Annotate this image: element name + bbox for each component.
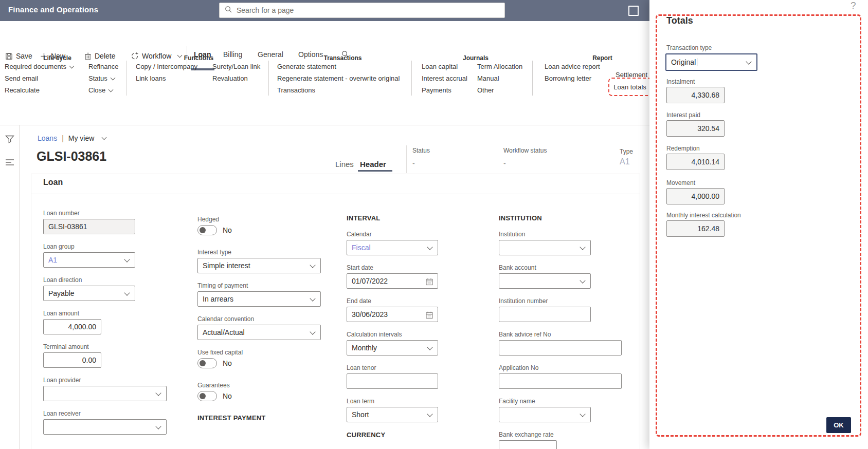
- chevron-down-icon: [746, 59, 751, 64]
- loan-amount-field: Loan amount 4,000.00: [43, 310, 135, 334]
- chevron-down-icon: [310, 295, 315, 301]
- use-fixed-capital-toggle[interactable]: [197, 358, 217, 368]
- loan-amount-input[interactable]: 4,000.00: [43, 319, 101, 334]
- terminal-amount-input[interactable]: 0.00: [43, 352, 101, 368]
- calculation-intervals-select[interactable]: Monthly: [347, 340, 438, 356]
- use-fixed-capital-field: Use fixed capital No: [197, 349, 321, 368]
- view-selector[interactable]: My view: [68, 134, 95, 142]
- chevron-down-icon: [124, 256, 130, 262]
- application-no-field: Application No: [499, 364, 622, 389]
- search-icon: [225, 6, 232, 15]
- facility-name-field: Facility name: [499, 398, 622, 422]
- ribbon-item-other[interactable]: Other: [477, 84, 522, 96]
- ribbon-item-loan-capital[interactable]: Loan capital: [422, 61, 467, 72]
- ribbon-item-regenerate-statement[interactable]: Regenerate statement - overwrite origina…: [277, 72, 400, 84]
- ribbon-item-refinance[interactable]: Refinance: [88, 61, 119, 72]
- ribbon-item-borrowing-letter[interactable]: Borrowing letter: [545, 72, 600, 84]
- ribbon-item-loan-totals[interactable]: Loan totals: [613, 81, 646, 93]
- start-date-input[interactable]: 01/07/2022: [347, 273, 438, 289]
- chevron-down-icon: [155, 423, 161, 429]
- calendar-convention-select[interactable]: Actual/Actual: [197, 325, 321, 340]
- breadcrumb-loans-link[interactable]: Loans: [38, 134, 57, 142]
- institution-number-input[interactable]: [499, 307, 591, 322]
- loan-term-select[interactable]: Short: [347, 407, 438, 422]
- divider: [126, 61, 126, 96]
- loan-group-select[interactable]: A1: [43, 252, 135, 268]
- ribbon-item-payments[interactable]: Payments: [422, 84, 467, 96]
- hedged-toggle[interactable]: [197, 225, 217, 235]
- tab-lines[interactable]: Lines: [335, 160, 354, 169]
- chevron-down-icon: [427, 411, 432, 417]
- redemption-label: Redemption: [666, 145, 700, 152]
- ribbon-item-transactions[interactable]: Transactions: [277, 84, 400, 96]
- annotation-box: Loan totals: [608, 78, 652, 96]
- loan-direction-select[interactable]: Payable: [43, 286, 135, 301]
- guarantees-toggle[interactable]: [197, 391, 217, 401]
- transaction-type-select[interactable]: Original: [665, 53, 757, 71]
- transaction-type-label: Transaction type: [666, 44, 712, 51]
- movement-label: Movement: [666, 179, 695, 186]
- bank-advice-ref-input[interactable]: [499, 340, 622, 356]
- divider: [31, 194, 640, 194]
- start-date-field: Start date 01/07/2022: [347, 264, 438, 289]
- ribbon-item-interest-accrual[interactable]: Interest accrual: [422, 72, 467, 84]
- status-label: Status: [412, 147, 430, 154]
- divider: [532, 61, 533, 96]
- chevron-down-icon: [310, 262, 315, 268]
- terminal-amount-field: Terminal amount 0.00: [43, 343, 135, 368]
- facility-name-select[interactable]: [499, 407, 591, 422]
- interest-type-field: Interest type Simple interest: [197, 249, 321, 273]
- loan-tenor-field: Loan tenor: [347, 364, 438, 389]
- bank-account-select[interactable]: [499, 273, 591, 289]
- end-date-input[interactable]: 30/06/2023: [347, 307, 438, 322]
- loan-receiver-select[interactable]: [43, 419, 167, 435]
- text-cursor: [697, 58, 697, 66]
- loan-receiver-field: Loan receiver: [43, 410, 135, 435]
- window-icon[interactable]: [628, 6, 639, 16]
- ribbon-item-term-allocation[interactable]: Term Allocation: [477, 61, 522, 72]
- ribbon-item-required-documents[interactable]: Required documents: [5, 61, 74, 72]
- task-list-icon[interactable]: [5, 158, 15, 169]
- timing-of-payment-select[interactable]: In arrears: [197, 291, 321, 307]
- ribbon-item-status[interactable]: Status: [88, 72, 119, 84]
- ribbon-item-manual[interactable]: Manual: [477, 72, 522, 84]
- application-no-input[interactable]: [499, 373, 622, 389]
- ribbon-item-send-email[interactable]: Send email: [5, 72, 74, 84]
- calculation-intervals-field: Calculation intervals Monthly: [347, 331, 438, 356]
- workflow-status-value: -: [503, 159, 506, 167]
- type-label: Type: [620, 148, 633, 155]
- filter-icon[interactable]: [5, 135, 14, 146]
- loan-number-field: Loan number GLSI-03861: [43, 210, 135, 234]
- help-icon[interactable]: ?: [851, 0, 856, 11]
- calendar-icon[interactable]: [425, 277, 433, 287]
- bank-exchange-rate-input[interactable]: [499, 440, 557, 449]
- ribbon-item-revaluation[interactable]: Revaluation: [212, 72, 260, 84]
- chevron-down-icon: [124, 290, 130, 295]
- ribbon-item-recalculate[interactable]: Recalculate: [5, 84, 74, 96]
- interest-paid-label: Interest paid: [666, 111, 700, 119]
- global-search-input[interactable]: Search for a page: [219, 3, 505, 18]
- divider: [268, 61, 269, 96]
- ribbon-item-copy-intercompany[interactable]: Copy / Intercompany: [136, 61, 197, 72]
- institution-select[interactable]: [499, 240, 591, 255]
- loan-tenor-input[interactable]: [347, 373, 438, 389]
- ribbon-item-close[interactable]: Close: [88, 84, 119, 96]
- calendar-select[interactable]: Fiscal: [347, 240, 438, 255]
- ribbon-item-generate-statement[interactable]: Generate statement: [277, 61, 400, 72]
- timing-of-payment-field: Timing of payment In arrears: [197, 282, 321, 307]
- ribbon-item-surety-loan-link[interactable]: Surety/Loan link: [212, 61, 260, 72]
- chevron-down-icon: [427, 244, 432, 250]
- calendar-icon[interactable]: [425, 311, 433, 321]
- tab-header[interactable]: Header: [360, 160, 386, 169]
- loan-number-input: GLSI-03861: [43, 219, 135, 234]
- interest-payment-section-header: INTEREST PAYMENT: [197, 415, 321, 422]
- interest-type-select[interactable]: Simple interest: [197, 258, 321, 273]
- loan-term-field: Loan term Short: [347, 398, 438, 422]
- loan-provider-select[interactable]: [43, 386, 167, 401]
- interval-section-header: INTERVAL: [347, 215, 438, 222]
- ribbon-item-loan-advice-report[interactable]: Loan advice report: [545, 61, 600, 72]
- ribbon-item-link-loans[interactable]: Link loans: [136, 72, 197, 84]
- chevron-down-icon: [310, 329, 315, 334]
- divider: [406, 145, 407, 173]
- ok-button[interactable]: OK: [826, 417, 851, 433]
